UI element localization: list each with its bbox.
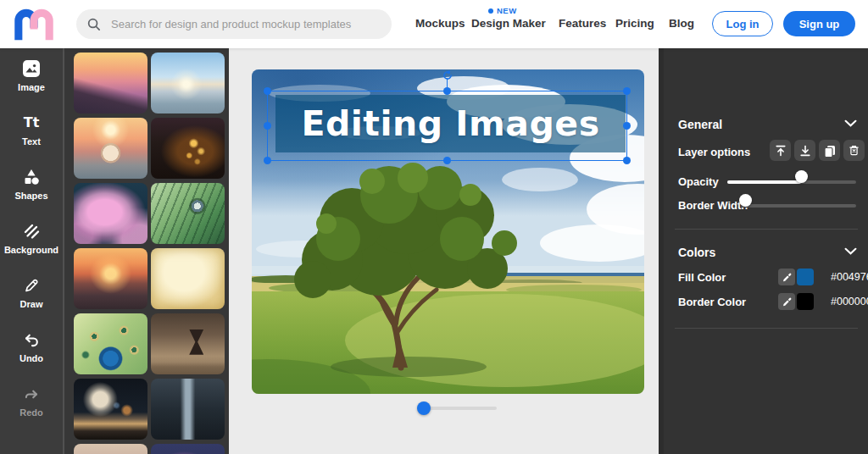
gallery-thumbnail-metal-column[interactable] [151, 379, 225, 440]
shapes-icon [22, 167, 41, 186]
border-color-eyedropper-button[interactable] [778, 293, 795, 310]
sidebar-item-label: Draw [20, 299, 43, 309]
main-area: Image Tt Text Shapes Background Draw [0, 48, 868, 454]
gallery-thumbnail-crystal-ball[interactable] [74, 118, 147, 179]
section-divider [675, 229, 858, 230]
nav-pricing[interactable]: Pricing [615, 17, 654, 30]
tools-sidebar: Image Tt Text Shapes Background Draw [0, 48, 64, 454]
nav-mockups[interactable]: Mockups [415, 17, 465, 30]
trash-icon [848, 144, 860, 157]
sidebar-item-label: Text [22, 136, 41, 147]
fill-color-label: Fill Color [678, 271, 726, 284]
sidebar-item-image[interactable]: Image [2, 58, 61, 97]
opacity-label: Opacity [678, 175, 719, 188]
sidebar-item-draw[interactable]: Draw [2, 275, 61, 313]
opacity-slider-fill [727, 180, 801, 184]
duplicate-icon [823, 144, 837, 158]
workspace: Editing Images [229, 48, 659, 454]
general-collapse-chevron-icon[interactable] [844, 119, 857, 127]
border-color-swatch[interactable] [797, 293, 814, 310]
gallery-thumbnail-hourglass[interactable] [151, 313, 225, 374]
image-gallery [64, 48, 229, 454]
login-button[interactable]: Log in [712, 11, 773, 36]
sidebar-item-redo[interactable]: Redo [2, 384, 61, 422]
logo-pink-arch [34, 13, 49, 40]
fill-color-swatch[interactable] [797, 269, 814, 285]
opacity-slider-track[interactable] [727, 180, 856, 184]
duplicate-layer-button[interactable] [819, 140, 840, 161]
border-color-label: Border Color [678, 296, 746, 308]
delete-layer-button[interactable] [843, 140, 865, 161]
fill-color-eyedropper-button[interactable] [778, 269, 795, 285]
selection-handle-bottom-right[interactable] [623, 157, 631, 164]
nav-design-maker[interactable]: Design Maker [471, 17, 546, 30]
sidebar-item-shapes[interactable]: Shapes [2, 167, 61, 205]
search-bar [76, 9, 392, 39]
mockups-logo[interactable] [12, 8, 56, 42]
gallery-thumbnail-dandelion[interactable] [74, 379, 147, 440]
nav-blog[interactable]: Blog [669, 17, 694, 30]
border-width-label: Border Width [678, 199, 748, 212]
colors-collapse-chevron-icon[interactable] [844, 247, 857, 255]
pencil-icon [22, 275, 41, 295]
gallery-thumbnail-peacock[interactable] [74, 313, 147, 374]
layer-options-label: Layer options [678, 146, 750, 158]
new-badge-dot [488, 8, 493, 14]
rotate-icon[interactable] [442, 69, 453, 79]
border-width-slider-track[interactable] [741, 204, 856, 208]
gallery-thumbnail-ocean-sunset[interactable] [74, 248, 147, 309]
canvas-zoom-slider-handle[interactable] [417, 401, 431, 415]
border-color-hex: #000000 [831, 296, 868, 307]
background-icon [22, 221, 41, 241]
text-icon: Tt [24, 113, 40, 132]
selection-handle-middle-left[interactable] [264, 122, 271, 130]
gallery-thumbnail-mountain-sunset[interactable] [74, 53, 147, 114]
colors-section-title: Colors [678, 246, 715, 259]
gallery-thumbnail-bottle-lights[interactable] [151, 118, 225, 179]
opacity-slider [727, 175, 856, 189]
selection-handle-middle-right[interactable] [623, 122, 631, 130]
new-badge: NEW [488, 6, 517, 15]
sidebar-item-text[interactable]: Tt Text [2, 113, 61, 151]
gallery-thumbnail-dusk-clouds[interactable] [74, 444, 147, 454]
border-width-slider-handle[interactable] [739, 194, 752, 207]
eyedropper-icon [782, 296, 793, 307]
new-badge-label: NEW [497, 6, 517, 15]
bring-to-front-button[interactable] [770, 140, 791, 161]
top-navbar: Mockups NEW Design Maker Features Pricin… [0, 0, 868, 48]
selection-handle-bottom-left[interactable] [264, 157, 271, 164]
sidebar-item-label: Undo [19, 353, 43, 363]
gallery-thumbnail-beach-birds[interactable] [151, 53, 225, 114]
sidebar-item-label: Redo [19, 407, 43, 418]
properties-panel: General Layer options Opacity Border Wid… [659, 48, 868, 454]
sidebar-item-undo[interactable]: Undo [2, 329, 61, 368]
selection-handle-bottom-middle[interactable] [443, 157, 451, 164]
fill-color-hex: #004976 [831, 271, 868, 283]
eyedropper-icon [782, 272, 793, 283]
redo-icon [22, 384, 41, 403]
sidebar-item-label: Background [4, 245, 58, 255]
gallery-thumbnail-pink-blossom[interactable] [74, 183, 147, 244]
signup-button[interactable]: Sign up [783, 11, 855, 36]
send-to-back-icon [798, 144, 812, 158]
gallery-thumbnail-eye-leaves[interactable] [151, 183, 225, 244]
image-icon [22, 58, 41, 78]
gallery-thumbnail-vintage-paper[interactable] [151, 248, 225, 309]
selection-handle-top-right[interactable] [623, 87, 631, 95]
search-input[interactable] [109, 17, 381, 31]
selection-handle-top-left[interactable] [264, 87, 271, 95]
opacity-slider-handle[interactable] [795, 170, 808, 183]
undo-icon [22, 329, 41, 349]
send-to-back-button[interactable] [794, 140, 815, 161]
sidebar-item-label: Shapes [14, 191, 47, 201]
nav-features[interactable]: Features [559, 17, 606, 30]
border-width-slider [741, 199, 856, 213]
sidebar-item-background[interactable]: Background [2, 221, 61, 259]
bring-to-front-icon [774, 144, 787, 158]
selection-box[interactable] [267, 91, 627, 161]
section-divider [675, 328, 858, 329]
search-icon [86, 17, 101, 31]
general-section-title: General [678, 118, 722, 131]
sidebar-item-label: Image [18, 82, 45, 92]
gallery-thumbnail-pink-flower[interactable] [151, 444, 225, 454]
